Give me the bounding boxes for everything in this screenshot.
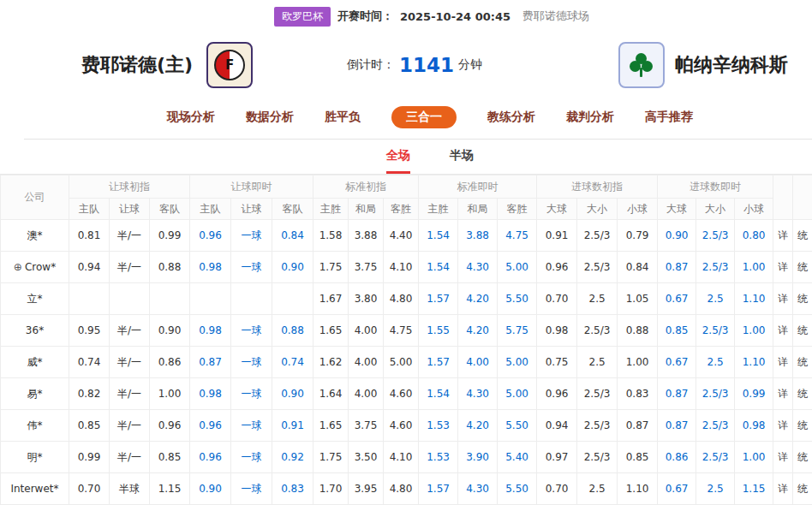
odds-cell-goals-initial: 0.94 <box>537 410 577 442</box>
company-cell: 澳* <box>1 220 69 252</box>
odds-cell-standard-live: 1.53 <box>419 410 458 442</box>
nav-tab-data-analysis[interactable]: 数据分析 <box>246 106 294 128</box>
nav-tab-win-draw-lose[interactable]: 胜平负 <box>325 106 361 128</box>
stats-link[interactable]: 统 <box>797 388 808 400</box>
odds-cell-standard-initial: 4.00 <box>349 347 384 378</box>
home-team-name[interactable]: 费耶诺德(主) <box>81 52 193 78</box>
subcol-header: 大小 <box>577 199 618 220</box>
nav-tab-coach-analysis[interactable]: 教练分析 <box>487 106 535 128</box>
match-header: 费耶诺德(主) F 倒计时： 1141 分钟 帕纳辛纳科斯 <box>0 33 812 98</box>
countdown-value: 1141 <box>399 54 454 76</box>
odds-cell-handicap-live: 0.96 <box>190 220 231 252</box>
action-cell: 统 <box>793 442 812 473</box>
stats-link[interactable]: 统 <box>797 261 808 273</box>
action-cell: 详 <box>773 315 793 347</box>
company-name[interactable]: 易* <box>27 388 43 400</box>
company-name[interactable]: 36* <box>26 324 44 336</box>
action-cell: 统 <box>793 315 812 347</box>
odds-cell-goals-live: 0.67 <box>658 473 696 505</box>
nav-tab-expert-picks[interactable]: 高手推荐 <box>645 106 693 128</box>
odds-cell-standard-live: 1.55 <box>419 315 458 347</box>
subcol-header: 大球 <box>658 199 696 220</box>
action-cell: 统 <box>793 473 812 505</box>
subcol-header: 主胜 <box>419 199 458 220</box>
odds-cell-handicap-live: 0.91 <box>272 410 313 442</box>
odds-cell-goals-live: 1.10 <box>735 283 773 315</box>
match-info-bar: 欧罗巴杯 开赛时间： 2025-10-24 00:45 费耶诺德球场 <box>26 0 812 33</box>
odds-cell-standard-live: 4.20 <box>458 315 498 347</box>
action-column-header <box>793 175 812 220</box>
odds-cell-handicap-initial: 0.82 <box>69 378 110 410</box>
detail-link[interactable]: 详 <box>778 451 788 463</box>
company-name[interactable]: 立* <box>27 293 43 305</box>
action-cell: 统 <box>793 378 812 410</box>
stats-link[interactable]: 统 <box>797 356 808 368</box>
detail-link[interactable]: 详 <box>778 419 788 431</box>
odds-cell-standard-live: 3.88 <box>458 220 498 252</box>
odds-cell-goals-initial: 0.85 <box>618 442 658 473</box>
odds-cell-handicap-live <box>231 283 272 315</box>
company-name[interactable]: 伟* <box>27 419 43 431</box>
odds-cell-goals-initial: 0.84 <box>618 252 658 283</box>
league-badge[interactable]: 欧罗巴杯 <box>274 7 331 27</box>
subcol-header: 客胜 <box>498 199 537 220</box>
stats-link[interactable]: 统 <box>797 483 808 495</box>
group-header-standard-live: 标准即时 <box>419 175 537 199</box>
odds-cell-standard-live: 5.50 <box>498 283 537 315</box>
odds-cell-standard-live: 3.90 <box>458 442 498 473</box>
subcol-header: 主胜 <box>313 199 349 220</box>
detail-link[interactable]: 详 <box>778 388 788 400</box>
stats-link[interactable]: 统 <box>797 419 808 431</box>
home-logo-letter: F <box>225 57 234 73</box>
action-cell: 统 <box>793 252 812 283</box>
odds-cell-goals-live: 1.00 <box>735 315 773 347</box>
odds-cell-handicap-initial: 0.85 <box>69 410 110 442</box>
detail-link[interactable]: 详 <box>778 261 788 273</box>
odds-cell-handicap-initial: 0.74 <box>69 347 110 378</box>
detail-link[interactable]: 详 <box>778 324 788 336</box>
odds-row: 伟*0.85半/一0.960.96一球0.911.653.754.601.534… <box>1 410 812 442</box>
odds-cell-handicap-live: 0.92 <box>272 442 313 473</box>
company-name[interactable]: Interwet* <box>10 483 58 495</box>
odds-cell-handicap-live: 一球 <box>231 347 272 378</box>
detail-link[interactable]: 详 <box>778 483 788 495</box>
detail-link[interactable]: 详 <box>778 356 788 368</box>
detail-link[interactable]: 详 <box>778 229 788 241</box>
subcol-header: 和局 <box>349 199 384 220</box>
nav-tab-three-in-one[interactable]: 三合一 <box>391 106 457 128</box>
stats-link[interactable]: 统 <box>797 293 808 305</box>
odds-cell-handicap-initial: 0.86 <box>150 347 190 378</box>
odds-cell-handicap-initial: 半/一 <box>110 442 150 473</box>
away-team-name[interactable]: 帕纳辛纳科斯 <box>675 52 788 78</box>
detail-link[interactable]: 详 <box>778 293 788 305</box>
group-header-handicap-live: 让球即时 <box>190 175 313 199</box>
odds-cell-goals-initial: 2.5 <box>577 473 618 505</box>
stats-link[interactable]: 统 <box>797 451 808 463</box>
action-cell: 详 <box>773 378 793 410</box>
odds-cell-goals-live: 1.00 <box>735 252 773 283</box>
odds-cell-standard-live: 5.00 <box>498 252 537 283</box>
stats-link[interactable]: 统 <box>797 229 808 241</box>
odds-cell-goals-live: 1.15 <box>735 473 773 505</box>
stats-link[interactable]: 统 <box>797 324 808 336</box>
nav-tab-live-analysis[interactable]: 现场分析 <box>167 106 215 128</box>
nav-tab-referee-analysis[interactable]: 裁判分析 <box>566 106 614 128</box>
company-name[interactable]: Crow* <box>25 261 56 273</box>
odds-cell-handicap-live: 0.96 <box>190 410 231 442</box>
odds-cell-standard-initial: 5.00 <box>384 347 419 378</box>
company-cell: 明* <box>1 442 69 473</box>
period-tab-half-time[interactable]: 半场 <box>450 148 474 174</box>
company-name[interactable]: 澳* <box>27 229 43 241</box>
company-name[interactable]: 明* <box>27 451 43 463</box>
odds-row: ⊕Crow*0.94半/一0.880.98一球0.901.753.754.101… <box>1 252 812 283</box>
venue-name: 费耶诺德球场 <box>522 9 589 24</box>
odds-cell-goals-live: 0.87 <box>658 252 696 283</box>
period-tab-full-time[interactable]: 全场 <box>386 148 410 174</box>
odds-cell-goals-initial: 1.00 <box>618 347 658 378</box>
company-name[interactable]: 威* <box>27 356 43 368</box>
odds-cell-standard-initial: 4.75 <box>384 315 419 347</box>
odds-cell-handicap-initial: 0.70 <box>69 473 110 505</box>
odds-cell-handicap-live: 0.98 <box>190 378 231 410</box>
odds-cell-goals-live: 1.10 <box>735 347 773 378</box>
odds-cell-standard-initial: 4.80 <box>384 283 419 315</box>
